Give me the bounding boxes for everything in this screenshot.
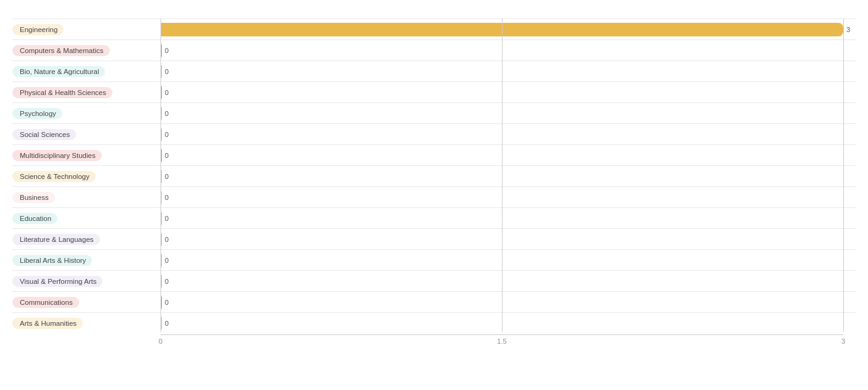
bar-label-text: Business xyxy=(12,192,55,203)
bar-track: 0 xyxy=(161,170,856,183)
bar-track: 0 xyxy=(161,65,856,78)
bar-label: Arts & Humanities xyxy=(12,318,161,329)
bar-label: Literature & Languages xyxy=(12,234,161,245)
bar-track: 0 xyxy=(161,191,856,204)
bar-track: 3 xyxy=(161,23,856,36)
bar-value-label: 0 xyxy=(165,278,169,285)
bar-fill xyxy=(161,254,162,267)
bar-fill xyxy=(161,191,162,204)
bar-row: Science & Technology0 xyxy=(12,165,856,186)
bar-track: 0 xyxy=(161,233,856,246)
bar-track: 0 xyxy=(161,212,856,225)
bar-label: Multidisciplinary Studies xyxy=(12,150,161,161)
bar-row: Arts & Humanities0 xyxy=(12,312,856,333)
bar-fill xyxy=(161,212,162,225)
bar-row: Physical & Health Sciences0 xyxy=(12,81,856,102)
chart-container: Engineering3Computers & Mathematics0Bio,… xyxy=(0,0,868,390)
bar-track: 0 xyxy=(161,296,856,309)
bar-label: Business xyxy=(12,192,161,203)
bar-label-text: Bio, Nature & Agricultural xyxy=(12,66,105,77)
bar-track: 0 xyxy=(161,149,856,162)
bar-label-text: Social Sciences xyxy=(12,129,76,140)
bar-label-text: Multidisciplinary Studies xyxy=(12,150,102,161)
bar-value-label: 0 xyxy=(165,236,169,243)
bar-value-label: 0 xyxy=(165,215,169,222)
bar-value-label: 0 xyxy=(165,89,169,96)
bar-track: 0 xyxy=(161,107,856,120)
bar-value-label: 0 xyxy=(165,47,169,54)
bar-fill xyxy=(161,44,162,57)
bar-label-text: Literature & Languages xyxy=(12,234,100,245)
bar-value-label: 0 xyxy=(165,152,169,159)
bar-row: Computers & Mathematics0 xyxy=(12,39,856,60)
bars-container: Engineering3Computers & Mathematics0Bio,… xyxy=(12,19,856,333)
bar-track: 0 xyxy=(161,44,856,57)
x-axis: 01.53 xyxy=(161,334,843,347)
bar-label-text: Communications xyxy=(12,297,79,308)
bar-row: Social Sciences0 xyxy=(12,123,856,144)
bar-label-text: Education xyxy=(12,213,57,224)
bar-track: 0 xyxy=(161,275,856,288)
bar-row: Liberal Arts & History0 xyxy=(12,249,856,270)
bar-label: Science & Technology xyxy=(12,171,161,182)
bar-fill xyxy=(161,86,162,99)
bar-fill xyxy=(161,170,162,183)
bar-label: Psychology xyxy=(12,108,161,119)
bar-label-text: Engineering xyxy=(12,24,64,35)
bar-value-label: 0 xyxy=(165,320,169,327)
bar-fill xyxy=(161,233,162,246)
bar-row: Psychology0 xyxy=(12,102,856,123)
bar-fill xyxy=(161,23,843,36)
bar-label: Communications xyxy=(12,297,161,308)
bar-row: Communications0 xyxy=(12,291,856,312)
x-axis-label: 3 xyxy=(841,338,845,345)
bar-label-text: Visual & Performing Arts xyxy=(12,276,102,287)
bar-label-text: Computers & Mathematics xyxy=(12,45,110,56)
bar-row: Visual & Performing Arts0 xyxy=(12,270,856,291)
bar-label-text: Liberal Arts & History xyxy=(12,255,92,266)
bar-label: Computers & Mathematics xyxy=(12,45,161,56)
x-axis-label: 0 xyxy=(159,338,162,345)
bar-fill xyxy=(161,296,162,309)
bar-fill xyxy=(161,128,162,141)
bar-row: Engineering3 xyxy=(12,19,856,39)
bar-track: 0 xyxy=(161,254,856,267)
bar-label-text: Science & Technology xyxy=(12,171,96,182)
bar-row: Business0 xyxy=(12,186,856,207)
bar-row: Bio, Nature & Agricultural0 xyxy=(12,60,856,81)
bar-label: Education xyxy=(12,213,161,224)
bar-value-label: 0 xyxy=(165,131,169,138)
bar-label: Physical & Health Sciences xyxy=(12,87,161,98)
bar-label: Engineering xyxy=(12,24,161,35)
bar-label: Bio, Nature & Agricultural xyxy=(12,66,161,77)
bar-fill xyxy=(161,275,162,288)
bar-fill xyxy=(161,317,162,330)
bar-value-label: 0 xyxy=(165,257,169,264)
bar-label-text: Psychology xyxy=(12,108,62,119)
bar-fill xyxy=(161,107,162,120)
bar-value-label: 3 xyxy=(846,26,850,33)
bar-track: 0 xyxy=(161,128,856,141)
bar-fill xyxy=(161,149,162,162)
bar-track: 0 xyxy=(161,317,856,330)
bar-label: Social Sciences xyxy=(12,129,161,140)
bar-value-label: 0 xyxy=(165,173,169,180)
bar-row: Multidisciplinary Studies0 xyxy=(12,144,856,165)
bar-label-text: Arts & Humanities xyxy=(12,318,83,329)
bar-value-label: 0 xyxy=(165,194,169,201)
x-axis-label: 1.5 xyxy=(497,338,506,345)
bar-value-label: 0 xyxy=(165,299,169,306)
bar-row: Literature & Languages0 xyxy=(12,228,856,249)
bar-row: Education0 xyxy=(12,207,856,228)
bar-fill xyxy=(161,65,162,78)
bar-label-text: Physical & Health Sciences xyxy=(12,87,112,98)
bar-label: Liberal Arts & History xyxy=(12,255,161,266)
bar-value-label: 0 xyxy=(165,110,169,117)
bar-label: Visual & Performing Arts xyxy=(12,276,161,287)
bar-value-label: 0 xyxy=(165,68,169,75)
bar-track: 0 xyxy=(161,86,856,99)
